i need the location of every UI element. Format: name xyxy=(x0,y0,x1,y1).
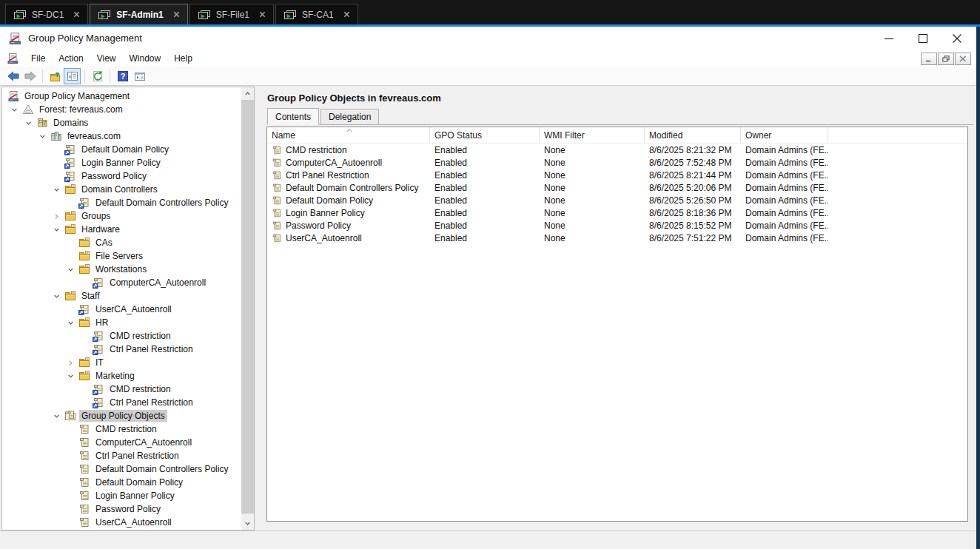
gpo-row-ctrl-panel-restriction[interactable]: Ctrl Panel RestrictionEnabledNone8/6/202… xyxy=(267,169,967,181)
tree-item-group-policy-management[interactable]: Group Policy Management xyxy=(2,90,241,103)
tree-item-forest-fevreaus-com[interactable]: Forest: fevreaus.com xyxy=(2,103,241,116)
toolbar-separator xyxy=(110,70,110,83)
tree-item-hardware[interactable]: Hardware xyxy=(2,223,241,236)
menu-help[interactable]: Help xyxy=(167,50,199,67)
scrollbar-thumb[interactable] xyxy=(241,100,254,513)
gpo-row-cmd-restriction[interactable]: CMD restrictionEnabledNone8/6/2025 8:21:… xyxy=(267,144,967,156)
tree-item-computerca-autoenroll[interactable]: ComputerCA_Autoenroll xyxy=(2,436,241,449)
show-action-pane-button[interactable] xyxy=(131,68,148,84)
tree-item-label: Default Domain Controllers Policy xyxy=(93,463,230,475)
minimize-button[interactable] xyxy=(884,33,894,44)
tree-item-login-banner-policy[interactable]: Login Banner Policy xyxy=(2,489,241,502)
tree-item-ctrl-panel-restriction[interactable]: Ctrl Panel Restriction xyxy=(2,343,241,356)
tree-item-staff[interactable]: Staff xyxy=(2,289,241,303)
tree-item-cas[interactable]: CAs xyxy=(2,236,241,249)
tree-scrollbar[interactable] xyxy=(241,87,254,530)
chevron-down-icon[interactable] xyxy=(66,370,78,382)
column-header-name[interactable]: Name xyxy=(267,127,430,143)
chevron-down-icon[interactable] xyxy=(10,104,22,115)
session-tab-sf-file1[interactable]: SF-File1 xyxy=(189,4,274,24)
tree-item-userca-autoenroll[interactable]: UserCA_Autoenroll xyxy=(2,516,241,529)
tree-item-cmd-restriction[interactable]: CMD restriction xyxy=(2,383,241,396)
tree-item-label: CAs xyxy=(93,237,115,249)
chevron-down-icon[interactable] xyxy=(52,223,64,235)
tab-contents[interactable]: Contents xyxy=(267,108,319,125)
tree-item-domains[interactable]: Domains xyxy=(2,116,241,129)
chevron-down-icon[interactable] xyxy=(52,183,64,195)
help-button[interactable]: ? xyxy=(114,68,131,84)
gpo-icon xyxy=(272,158,282,168)
close-child-button[interactable] xyxy=(955,53,971,65)
tree-item-workstations[interactable]: Workstations xyxy=(2,263,241,276)
menu-action[interactable]: Action xyxy=(52,50,90,67)
gpo-row-login-banner-policy[interactable]: Login Banner PolicyEnabledNone8/6/2025 8… xyxy=(267,206,967,219)
close-tab-icon[interactable] xyxy=(173,11,180,18)
maximize-button[interactable] xyxy=(918,33,928,44)
cell-wmi-filter: None xyxy=(540,158,645,168)
column-header-wmi-filter[interactable]: WMI Filter xyxy=(540,127,645,143)
tree-item-password-policy[interactable]: Password Policy xyxy=(2,169,241,183)
restore-child-button[interactable] xyxy=(938,53,954,65)
session-tab-sf-dc1[interactable]: SF-DC1 xyxy=(5,4,88,24)
tree-item-domain-controllers[interactable]: Domain Controllers xyxy=(2,183,241,196)
menu-window[interactable]: Window xyxy=(123,50,168,67)
refresh-button[interactable] xyxy=(89,68,106,84)
tab-delegation[interactable]: Delegation xyxy=(320,109,379,124)
close-tab-icon[interactable] xyxy=(343,11,350,18)
tree-item-computerca-autoenroll[interactable]: ComputerCA_Autoenroll xyxy=(2,276,241,289)
session-tab-sf-admin1[interactable]: SF-Admin1 xyxy=(90,4,187,24)
chevron-right-icon[interactable] xyxy=(52,210,64,222)
tree-item-password-policy[interactable]: Password Policy xyxy=(2,502,241,516)
tree-item-group-policy-objects[interactable]: Group Policy Objects xyxy=(2,409,241,422)
tree-item-default-domain-controllers-policy[interactable]: Default Domain Controllers Policy xyxy=(2,462,241,476)
tree-item-cmd-restriction[interactable]: CMD restriction xyxy=(2,329,241,343)
tree-item-default-domain-policy[interactable]: Default Domain Policy xyxy=(2,143,241,156)
tree-item-default-domain-controllers-policy[interactable]: Default Domain Controllers Policy xyxy=(2,196,241,209)
gpo-row-userca-autoenroll[interactable]: UserCA_AutoenrollEnabledNone8/6/2025 7:5… xyxy=(267,232,967,244)
gpo-row-default-domain-controllers-policy[interactable]: Default Domain Controllers PolicyEnabled… xyxy=(267,181,967,194)
gpo-row-default-domain-policy[interactable]: Default Domain PolicyEnabledNone8/6/2025… xyxy=(267,194,967,206)
chevron-down-icon[interactable] xyxy=(38,130,50,142)
scroll-down-icon[interactable] xyxy=(241,517,254,530)
show-console-tree-button[interactable] xyxy=(64,68,81,84)
chevron-down-icon[interactable] xyxy=(66,317,78,329)
column-header-modified[interactable]: Modified xyxy=(645,127,741,143)
tree-item-hr[interactable]: HR xyxy=(2,316,241,329)
menu-file[interactable]: File xyxy=(24,50,52,67)
chevron-down-icon[interactable] xyxy=(66,263,78,275)
close-tab-icon[interactable] xyxy=(259,11,266,18)
forward-button[interactable] xyxy=(21,68,38,84)
close-tab-icon[interactable] xyxy=(73,11,80,18)
cell-gpo-status: Enabled xyxy=(430,195,540,206)
tree-item-groups[interactable]: Groups xyxy=(2,209,241,223)
menu-view[interactable]: View xyxy=(90,50,123,67)
tree-item-default-domain-policy[interactable]: Default Domain Policy xyxy=(2,476,241,489)
tree-item-login-banner-policy[interactable]: Login Banner Policy xyxy=(2,156,241,169)
cell-modified: 8/6/2025 7:52:48 PM xyxy=(645,158,741,168)
tree-item-ctrl-panel-restriction[interactable]: Ctrl Panel Restriction xyxy=(2,449,241,462)
minimize-child-button[interactable] xyxy=(921,53,937,65)
tree-item-ctrl-panel-restriction[interactable]: Ctrl Panel Restriction xyxy=(2,396,241,409)
chevron-down-icon[interactable] xyxy=(24,117,36,129)
chevron-down-icon[interactable] xyxy=(52,410,64,422)
close-button[interactable] xyxy=(952,33,962,44)
column-header-gpo-status[interactable]: GPO Status xyxy=(430,127,540,143)
tree-item-label: Domains xyxy=(51,117,90,129)
tree-item-it[interactable]: IT xyxy=(2,356,241,369)
up-one-level-button[interactable] xyxy=(47,68,64,84)
tree-item-marketing[interactable]: Marketing xyxy=(2,369,241,383)
gpo-row-computerca-autoenroll[interactable]: ComputerCA_AutoenrollEnabledNone8/6/2025… xyxy=(267,156,967,169)
chevron-down-icon[interactable] xyxy=(52,290,64,302)
tree-item-userca-autoenroll[interactable]: UserCA_Autoenroll xyxy=(2,303,241,316)
tree-item-file-servers[interactable]: File Servers xyxy=(2,249,241,263)
session-tab-sf-ca1[interactable]: SF-CA1 xyxy=(275,4,358,24)
chevron-spacer xyxy=(66,476,78,488)
back-button[interactable] xyxy=(4,68,21,84)
tree-item-cmd-restriction[interactable]: CMD restriction xyxy=(2,422,241,436)
tree-item-fevreaus-com[interactable]: fevreaus.com xyxy=(2,129,241,143)
scroll-up-icon[interactable] xyxy=(241,87,254,100)
gpo-row-password-policy[interactable]: Password PolicyEnabledNone8/6/2025 8:15:… xyxy=(267,219,967,232)
chevron-right-icon[interactable] xyxy=(66,357,78,368)
column-header-owner[interactable]: Owner xyxy=(741,127,828,143)
chevron-spacer xyxy=(52,157,64,169)
